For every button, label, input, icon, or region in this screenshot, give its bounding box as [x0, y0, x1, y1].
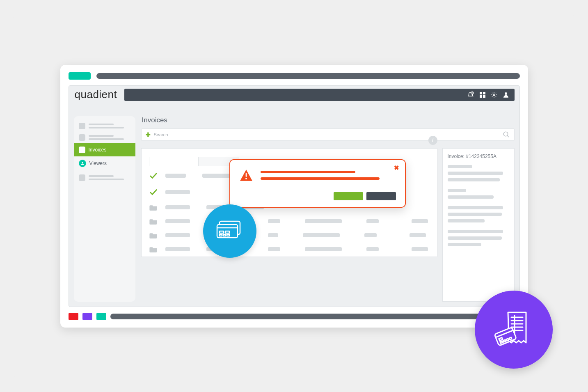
list-item[interactable] [149, 232, 430, 238]
svg-rect-10 [245, 173, 247, 177]
sidebar: Invoices Viewers [74, 116, 135, 302]
window-bottom-bar [110, 314, 520, 319]
window-chrome-bottom [60, 307, 528, 328]
placeholder-icon [79, 134, 85, 141]
invoice-detail-title: Invoice: #142345255A [448, 154, 509, 159]
brand-logo: quadient [75, 88, 117, 101]
alert-confirm-button[interactable] [334, 192, 363, 200]
folder-icon [149, 246, 158, 252]
svg-rect-2 [483, 92, 485, 94]
check-icon [149, 188, 158, 197]
alert-message-lines [261, 171, 396, 180]
sidebar-item-label: Invoices [89, 147, 107, 153]
sidebar-item-label: Viewers [89, 160, 107, 166]
window-tab-indicator [69, 72, 91, 80]
placeholder-icon [79, 123, 85, 129]
sidebar-item-viewers[interactable]: Viewers [74, 156, 135, 170]
window-address-bar [96, 73, 520, 79]
status-chip-purple [82, 313, 92, 320]
sidebar-item-placeholder[interactable] [74, 172, 135, 183]
list-tab[interactable] [149, 157, 198, 166]
svg-rect-4 [483, 95, 485, 98]
invoice-detail-label: Invoice: [448, 154, 464, 159]
check-icon [149, 171, 158, 180]
alert-dialog: ✖ [229, 159, 406, 208]
app-window: quadient 0 [60, 65, 528, 328]
list-item[interactable] [149, 246, 430, 252]
invoice-detail-number: #142345255A [466, 154, 496, 159]
brand-text: quadient [75, 88, 117, 101]
page-card: quadient 0 [11, 11, 577, 381]
warning-triangle-icon [239, 169, 253, 183]
invoices-icon [79, 147, 85, 153]
invoice-detail-panel: Invoice: #142345255A [442, 148, 515, 302]
sidebar-item-invoices[interactable]: Invoices [74, 143, 135, 156]
folder-icon [149, 232, 158, 238]
list-item[interactable] [149, 218, 430, 225]
sidebar-item-placeholder[interactable] [74, 120, 135, 132]
placeholder-icon [79, 174, 85, 181]
status-chip-teal [96, 313, 106, 320]
viewers-icon [79, 160, 86, 167]
svg-point-11 [245, 178, 247, 179]
alert-cancel-button[interactable] [366, 192, 396, 200]
add-filter-icon[interactable]: ✚ [146, 131, 151, 138]
page-title: Invoices [141, 116, 515, 128]
search-icon[interactable] [503, 131, 510, 138]
search-bar[interactable]: ✚ Search [141, 128, 515, 141]
svg-line-9 [507, 135, 509, 137]
payment-card-bubble-icon [203, 204, 256, 258]
notification-bell-icon[interactable]: 0 [467, 91, 474, 99]
status-chip-red [69, 313, 78, 320]
search-placeholder-text: Search [154, 132, 168, 137]
svg-point-7 [82, 162, 83, 163]
invoice-document-bubble-icon [475, 291, 553, 369]
header-toolbar: 0 [124, 89, 514, 101]
folder-icon [149, 218, 158, 225]
svg-point-8 [503, 132, 508, 136]
window-chrome-top [60, 65, 528, 84]
content-area: Invoices ✚ Search i [141, 116, 515, 302]
sidebar-item-placeholder[interactable] [74, 132, 135, 143]
svg-point-5 [493, 94, 495, 96]
alert-actions [239, 192, 396, 200]
svg-rect-1 [480, 92, 482, 94]
folder-icon [149, 204, 158, 211]
info-icon[interactable]: i [428, 136, 437, 145]
app-header: quadient 0 [69, 86, 519, 104]
user-profile-icon[interactable] [502, 91, 510, 99]
svg-point-6 [505, 92, 507, 95]
settings-gear-icon[interactable] [491, 92, 497, 98]
apps-grid-icon[interactable] [479, 92, 486, 98]
svg-rect-3 [480, 95, 482, 98]
close-icon[interactable]: ✖ [394, 164, 399, 172]
